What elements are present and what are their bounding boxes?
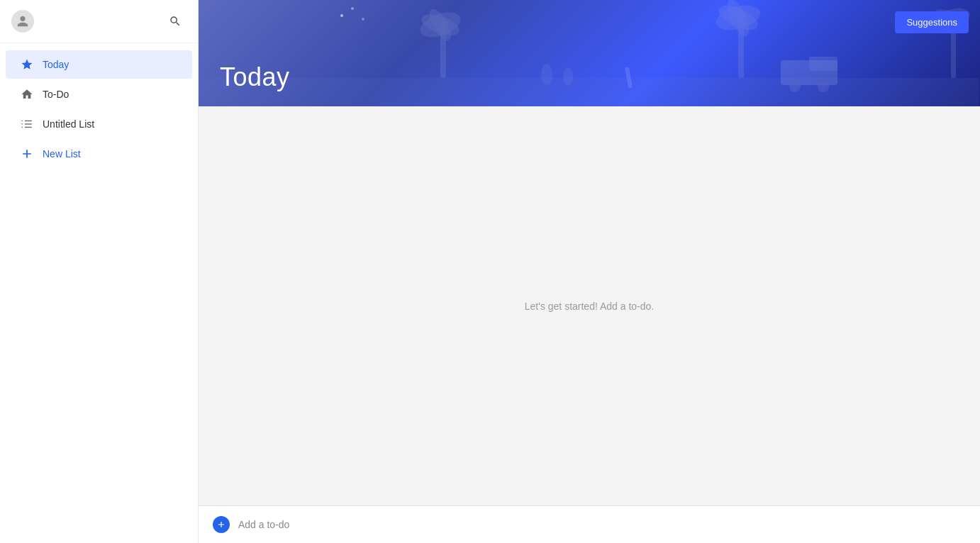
svg-point-21 bbox=[818, 81, 829, 92]
sidebar-item-new-list[interactable]: New List bbox=[6, 140, 192, 168]
empty-state: Let's get started! Add a to-do. bbox=[199, 106, 980, 505]
svg-point-22 bbox=[541, 64, 552, 85]
beach-scene bbox=[199, 0, 980, 106]
user-icon bbox=[16, 15, 29, 28]
add-todo-bar: Add a to-do bbox=[199, 505, 980, 543]
page-title: Today bbox=[220, 62, 290, 92]
add-todo-text[interactable]: Add a to-do bbox=[238, 519, 289, 530]
svg-point-20 bbox=[789, 81, 801, 92]
plus-icon bbox=[20, 147, 34, 161]
sidebar-nav: Today To-Do Unt bbox=[0, 43, 198, 543]
sidebar-item-today-label: Today bbox=[43, 59, 69, 70]
empty-state-text: Let's get started! Add a to-do. bbox=[525, 301, 654, 312]
svg-rect-6 bbox=[199, 78, 979, 106]
sidebar-item-untitled-list-label: Untitled List bbox=[43, 118, 94, 130]
svg-point-23 bbox=[563, 68, 573, 85]
user-avatar[interactable] bbox=[11, 10, 34, 33]
new-list-label: New List bbox=[43, 148, 81, 159]
sidebar-header bbox=[0, 0, 198, 43]
list-icon bbox=[20, 117, 34, 131]
dots-decoration bbox=[340, 14, 343, 17]
add-todo-button[interactable] bbox=[213, 516, 230, 533]
sidebar-item-todo-label: To-Do bbox=[43, 89, 69, 100]
house-icon bbox=[20, 87, 34, 101]
svg-rect-19 bbox=[809, 57, 837, 71]
sidebar: Today To-Do Unt bbox=[0, 0, 199, 543]
sidebar-item-todo[interactable]: To-Do bbox=[6, 80, 192, 108]
task-area: Let's get started! Add a to-do. bbox=[199, 106, 980, 505]
header-banner: Today Suggestions bbox=[199, 0, 980, 106]
search-button[interactable] bbox=[164, 10, 186, 33]
search-icon bbox=[169, 15, 182, 28]
plus-circle-icon bbox=[216, 520, 226, 530]
sidebar-item-today[interactable]: Today bbox=[6, 50, 192, 79]
star-icon bbox=[20, 57, 34, 72]
suggestions-button[interactable]: Suggestions bbox=[895, 11, 969, 33]
sidebar-item-untitled-list[interactable]: Untitled List bbox=[6, 110, 192, 138]
main-content: Today Suggestions Let's get started! Add… bbox=[199, 0, 980, 543]
